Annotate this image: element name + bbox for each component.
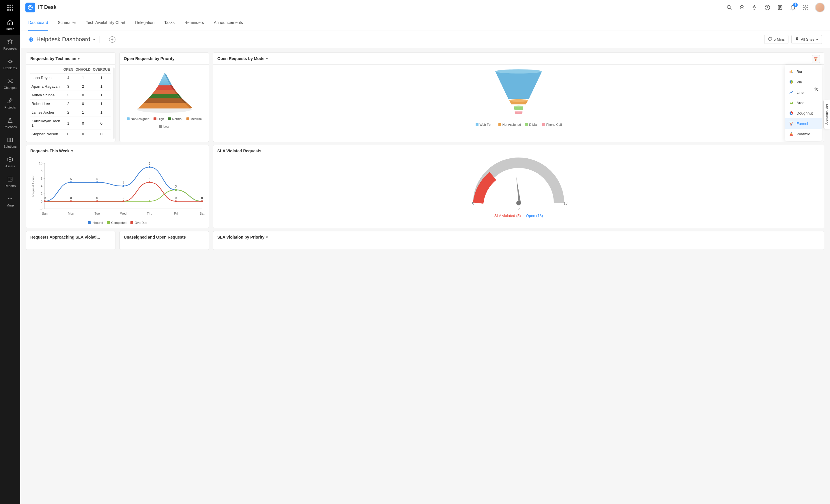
legend-item: High [154, 117, 164, 121]
chevron-down-icon: ▾ [816, 37, 818, 41]
sidebar-item-changes[interactable]: Changes [0, 74, 20, 94]
svg-point-113 [516, 201, 521, 205]
legend-item: Normal [168, 117, 182, 121]
bolt-icon[interactable] [752, 4, 758, 11]
apps-launcher[interactable] [0, 0, 20, 15]
tab-delegation[interactable]: Delegation [135, 15, 154, 31]
chart-type-pyramid[interactable]: Pyramid [785, 129, 822, 139]
chart-type-doughnut[interactable]: Doughnut [785, 108, 822, 118]
svg-text:10: 10 [39, 162, 42, 165]
bar-chart-icon [789, 69, 794, 74]
svg-text:0: 0 [96, 197, 98, 200]
chart-type-pie[interactable]: Pie [785, 77, 822, 87]
svg-text:Mon: Mon [68, 212, 74, 215]
legend: Web FormNot AssignedE-MailPhone Call [217, 123, 820, 126]
sidebar-item-more[interactable]: More [0, 192, 20, 211]
tab-tech-availability[interactable]: Tech Availability Chart [86, 15, 126, 31]
launch-icon [7, 117, 13, 124]
sla-violated-label: SLA violated (5) [494, 213, 522, 218]
svg-text:Wed: Wed [120, 212, 126, 215]
svg-rect-39 [790, 122, 793, 122]
svg-text:0: 0 [70, 197, 72, 200]
funnel-chart-icon [789, 121, 794, 126]
table-row[interactable]: Karthikeyan Tech 1100 [30, 117, 111, 130]
sidebar-item-projects[interactable]: Projects [0, 94, 20, 113]
add-dashboard-button[interactable]: + [109, 36, 116, 43]
svg-text:Thu: Thu [147, 212, 152, 215]
tab-scheduler[interactable]: Scheduler [58, 15, 76, 31]
table-row[interactable]: Robert Lee201 [30, 100, 111, 108]
sidebar-item-assets[interactable]: Assets [0, 152, 20, 172]
svg-point-87 [122, 200, 124, 202]
sidebar-item-label: Home [6, 27, 14, 31]
pin-icon[interactable] [739, 4, 745, 11]
table-row[interactable]: Lana Reyes411 [30, 74, 111, 82]
card-title: Requests This Week [30, 148, 69, 153]
avatar[interactable] [815, 3, 825, 12]
card-open-by-priority: Open Requests by Priority [120, 53, 209, 142]
my-summary-tab[interactable]: My Summary [823, 100, 830, 129]
bell-icon[interactable]: 6 [790, 4, 796, 11]
svg-text:4: 4 [123, 181, 124, 184]
legend-item: Phone Call [542, 123, 562, 126]
legend-item: Inbound [88, 221, 103, 225]
legend-item: Completed [107, 221, 126, 225]
history-icon[interactable] [764, 4, 771, 11]
card-requests-by-technician: Requests by Technician▾ OPEN ONHOLD OVER… [26, 53, 116, 142]
sidebar-item-releases[interactable]: Releases [0, 113, 20, 133]
refresh-interval-pill[interactable]: 5 Mins [764, 35, 789, 44]
svg-text:0: 0 [201, 197, 203, 200]
pie-chart-icon [789, 80, 794, 84]
chevron-down-icon[interactable]: ▾ [266, 235, 268, 239]
chevron-down-icon[interactable]: ▾ [71, 149, 73, 153]
site-value: All Sites [801, 37, 815, 41]
search-icon[interactable] [726, 4, 732, 11]
sidebar-item-home[interactable]: Home [0, 15, 20, 35]
svg-text:Tue: Tue [94, 212, 100, 215]
sidebar-item-label: More [6, 204, 13, 207]
chart-type-area[interactable]: Area [785, 98, 822, 108]
sidebar-item-requests[interactable]: Requests [0, 35, 20, 54]
svg-point-27 [509, 99, 528, 102]
refresh-icon [768, 37, 772, 42]
sidebar-item-reports[interactable]: Reports [0, 172, 20, 192]
svg-marker-18 [152, 90, 176, 94]
notification-count: 6 [793, 3, 798, 7]
notepad-icon[interactable] [777, 4, 783, 11]
app-logo[interactable] [25, 3, 35, 12]
card-title: Open Requests by Priority [124, 56, 174, 61]
scrollbar[interactable] [113, 68, 115, 139]
chart-type-funnel[interactable]: Funnel [785, 118, 822, 129]
dashboard-title: Helpdesk Dashboard [36, 36, 90, 43]
chart-type-button[interactable] [812, 55, 820, 63]
table-row[interactable]: Aditya Shinde301 [30, 91, 111, 100]
chevron-down-icon[interactable]: ▾ [78, 57, 79, 61]
svg-point-74 [149, 166, 150, 168]
tab-tasks[interactable]: Tasks [164, 15, 174, 31]
svg-point-5 [11, 198, 12, 199]
tab-reminders[interactable]: Reminders [184, 15, 204, 31]
chevron-down-icon[interactable]: ▾ [93, 37, 95, 41]
sidebar: Home Requests Problems Changes Projects … [0, 0, 20, 504]
site-filter-pill[interactable]: All Sites ▾ [791, 35, 822, 44]
sidebar-item-problems[interactable]: Problems [0, 54, 20, 74]
table-row[interactable]: James Archer211 [30, 108, 111, 117]
svg-point-25 [495, 69, 542, 73]
table-row[interactable]: Aparna Ragavan321 [30, 82, 111, 91]
subnav: Dashboard Scheduler Tech Availability Ch… [20, 15, 830, 31]
tab-announcements[interactable]: Announcements [214, 15, 243, 31]
chevron-down-icon[interactable]: ▾ [266, 57, 268, 61]
svg-point-81 [149, 200, 150, 202]
svg-point-29 [514, 106, 523, 107]
tab-dashboard[interactable]: Dashboard [28, 15, 48, 31]
chart-type-bar[interactable]: Bar [785, 66, 822, 77]
svg-point-6 [28, 5, 33, 9]
svg-point-86 [96, 200, 98, 202]
gear-icon[interactable] [802, 4, 809, 11]
legend-item: Not Assigned [499, 123, 521, 126]
topbar-actions: 6 [726, 3, 825, 12]
svg-marker-20 [156, 86, 173, 90]
sidebar-item-solutions[interactable]: Solutions [0, 133, 20, 152]
table-row[interactable]: Stephen Nelson000 [30, 130, 111, 138]
card-requests-this-week: Requests This Week▾ -20246810SunMonTueWe… [26, 145, 209, 228]
